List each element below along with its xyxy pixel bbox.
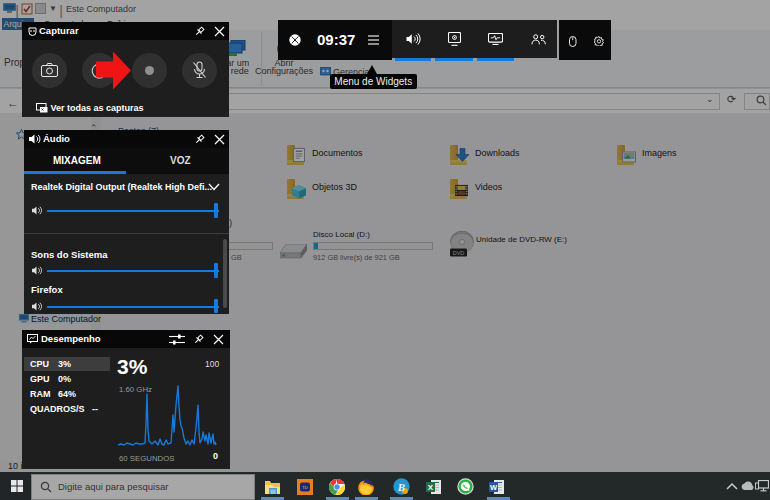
svg-text:X: X xyxy=(428,483,434,492)
svg-text:TD: TD xyxy=(302,485,307,490)
svg-text:B: B xyxy=(397,481,405,493)
svg-text:W: W xyxy=(490,483,498,492)
